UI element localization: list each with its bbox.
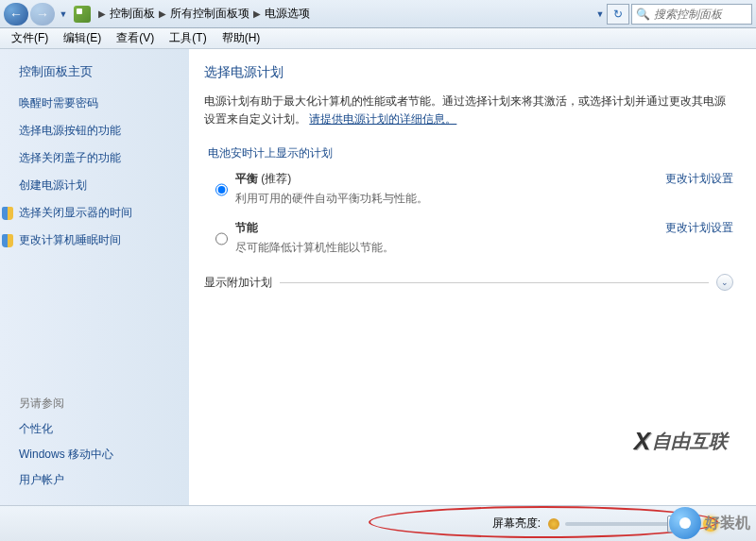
menu-bar: 文件(F) 编辑(E) 查看(V) 工具(T) 帮助(H) [0, 28, 756, 49]
power-plan-saver: 节能 尽可能降低计算机性能以节能。 更改计划设置 [204, 220, 733, 256]
breadcrumb-root[interactable]: 控制面板 [110, 6, 155, 22]
search-input[interactable] [654, 8, 747, 21]
plan-desc: 尽可能降低计算机性能以节能。 [235, 240, 658, 256]
sidebar-link-power-button[interactable]: 选择电源按钮的功能 [19, 123, 178, 139]
plan-name: 节能 [235, 220, 658, 236]
shield-icon [0, 206, 15, 221]
brightness-label: 屏幕亮度: [492, 516, 541, 532]
breadcrumb-separator-icon: ▶ [159, 8, 166, 19]
slider-thumb[interactable] [667, 516, 677, 533]
sidebar-link-display-off[interactable]: 选择关闭显示器的时间 [19, 205, 178, 221]
see-also-header: 另请参阅 [19, 396, 178, 412]
breadcrumb-separator-icon: ▶ [98, 8, 106, 19]
plan-desc: 利用可用的硬件自动平衡功耗与性能。 [235, 191, 658, 207]
see-also-personalization[interactable]: 个性化 [19, 421, 178, 437]
refresh-icon: ↻ [613, 8, 623, 21]
page-title: 选择电源计划 [204, 64, 733, 81]
plan-section-header: 电池安时计上显示的计划 [204, 145, 733, 161]
plan-name: 平衡 (推荐) [235, 171, 658, 187]
sidebar-link-label: 选择关闭盖子的功能 [19, 150, 121, 166]
control-panel-home-link[interactable]: 控制面板主页 [19, 64, 178, 80]
divider [280, 282, 709, 283]
plan-radio-saver[interactable] [215, 222, 228, 256]
breadcrumb-leaf[interactable]: 电源选项 [265, 6, 310, 22]
sun-dim-icon [548, 518, 559, 530]
expander-label: 显示附加计划 [204, 275, 272, 291]
sidebar-link-create-plan[interactable]: 创建电源计划 [19, 178, 178, 194]
sidebar-link-sleep[interactable]: 更改计算机睡眠时间 [19, 232, 178, 248]
search-icon: 🔍 [636, 8, 650, 21]
desc-more-info-link[interactable]: 请提供电源计划的详细信息。 [309, 112, 456, 126]
control-panel-icon [74, 6, 91, 23]
menu-help[interactable]: 帮助(H) [215, 30, 268, 46]
sun-bright-icon [703, 516, 718, 532]
power-plan-balanced: 平衡 (推荐) 利用可用的硬件自动平衡功耗与性能。 更改计划设置 [204, 171, 733, 207]
refresh-button[interactable]: ↻ [607, 4, 629, 25]
sidebar-link-label: 选择关闭显示器的时间 [19, 205, 132, 221]
menu-edit[interactable]: 编辑(E) [56, 30, 109, 46]
brightness-slider[interactable] [565, 522, 697, 526]
sidebar-link-label: 唤醒时需要密码 [19, 95, 98, 111]
back-button[interactable]: ← [4, 3, 28, 25]
change-plan-settings-link[interactable]: 更改计划设置 [665, 220, 733, 256]
nav-history-dropdown[interactable]: ▼ [57, 3, 70, 25]
sidebar-link-password[interactable]: 唤醒时需要密码 [19, 95, 178, 111]
menu-view[interactable]: 查看(V) [109, 30, 162, 46]
breadcrumb-dropdown[interactable]: ▼ [593, 3, 607, 25]
sidebar-link-label: 创建电源计划 [19, 178, 87, 194]
see-also-mobility-center[interactable]: Windows 移动中心 [19, 447, 178, 463]
footer-bar: 屏幕亮度: [0, 505, 756, 541]
desc-text: 电源计划有助于最大化计算机的性能或者节能。通过选择计划来将其激活，或选择计划并通… [204, 94, 726, 126]
see-also-user-accounts[interactable]: 用户帐户 [19, 472, 178, 488]
search-box[interactable]: 🔍 [631, 4, 752, 25]
chevron-down-icon: ⌄ [716, 274, 733, 291]
plan-radio-balanced[interactable] [215, 173, 228, 207]
sidebar-link-lid[interactable]: 选择关闭盖子的功能 [19, 150, 178, 166]
shield-icon [0, 233, 15, 248]
show-additional-plans-expander[interactable]: 显示附加计划 ⌄ [204, 269, 733, 295]
change-plan-settings-link[interactable]: 更改计划设置 [665, 171, 733, 207]
breadcrumb-mid[interactable]: 所有控制面板项 [170, 6, 249, 22]
menu-file[interactable]: 文件(F) [4, 30, 56, 46]
menu-tools[interactable]: 工具(T) [162, 30, 214, 46]
breadcrumb-separator-icon: ▶ [253, 8, 261, 19]
sidebar-link-label: 选择电源按钮的功能 [19, 123, 121, 139]
sidebar-link-label: 更改计算机睡眠时间 [19, 232, 121, 248]
page-description: 电源计划有助于最大化计算机的性能或者节能。通过选择计划来将其激活，或选择计划并通… [204, 93, 733, 128]
forward-button[interactable]: → [30, 3, 55, 25]
